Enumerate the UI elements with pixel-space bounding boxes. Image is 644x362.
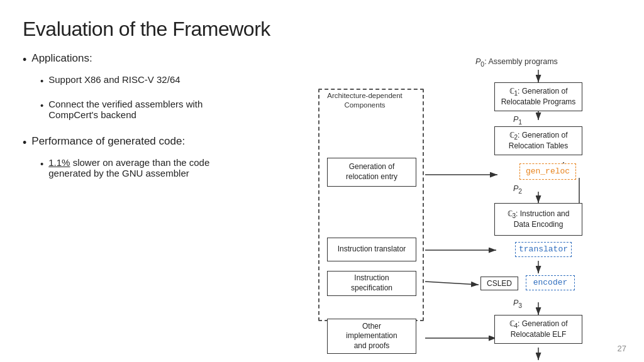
- bullet1: • Support X86 and RISC-V 32/64: [40, 74, 312, 89]
- bullet3: • 1.1% slower on average than the codege…: [40, 157, 312, 178]
- p2-label: P2: [513, 184, 522, 195]
- underline-percent: 1.1%: [48, 157, 70, 168]
- gen-reloc-box: gen_reloc: [519, 163, 576, 180]
- c2-box: ℂ2: Generation ofRelocation Tables: [494, 126, 582, 155]
- bullet-dot-1: •: [23, 52, 26, 68]
- p0-label: P0: Assembly programs: [475, 57, 558, 68]
- encoder-label: encoder: [533, 278, 568, 288]
- bullet1-text: Support X86 and RISC-V 32/64: [48, 74, 180, 85]
- bullet-dot-2: •: [40, 74, 43, 89]
- inst-spec-box: Instructionspecification: [327, 271, 416, 296]
- section1-label: Applications:: [31, 52, 92, 65]
- left-panel: • Applications: • Support X86 and RISC-V…: [23, 52, 312, 362]
- translator-label: translator: [519, 244, 568, 255]
- content-area: • Applications: • Support X86 and RISC-V…: [23, 52, 621, 362]
- diagram-container: P0: Assembly programs ℂ1: Generation ofR…: [318, 52, 626, 362]
- translator-box: translator: [515, 242, 572, 257]
- p1-sub: 1: [518, 119, 522, 126]
- inst-translator-box: Instruction translator: [327, 238, 416, 261]
- slide-title: Evaluation of the Framework: [23, 18, 621, 41]
- other-label: Otherimplementationand proofs: [346, 322, 397, 351]
- p3-sub: 3: [518, 302, 522, 309]
- csled-label: CSLED: [487, 279, 512, 288]
- slide-number: 27: [618, 344, 626, 353]
- p1-label: P1: [513, 115, 522, 126]
- c1-box: ℂ1: Generation ofRelocatable Programs: [494, 82, 582, 111]
- p0-sub: 0: [480, 61, 484, 68]
- right-panel: P0: Assembly programs ℂ1: Generation ofR…: [318, 52, 626, 362]
- other-box: Otherimplementationand proofs: [327, 319, 416, 354]
- bullet2-text: Connect the verified assemblers withComp…: [48, 99, 203, 120]
- p3-label: P3: [513, 299, 522, 309]
- slide: Evaluation of the Framework • Applicatio…: [0, 0, 644, 362]
- bullet-dot-3: •: [40, 99, 43, 113]
- section2-label: Performance of generated code:: [31, 135, 185, 148]
- p2-sub: 2: [518, 188, 522, 195]
- c3-label: ℂ3: Instruction andData Encoding: [508, 209, 570, 230]
- bullet-dot-4: •: [23, 135, 26, 151]
- c1-label: ℂ1: Generation ofRelocatable Programs: [501, 87, 576, 107]
- section2: • Performance of generated code:: [23, 135, 312, 151]
- encoder-box: encoder: [526, 275, 575, 290]
- inst-spec-label: Instructionspecification: [351, 273, 392, 293]
- csled-box: CSLED: [480, 277, 518, 290]
- c3-box: ℂ3: Instruction andData Encoding: [494, 203, 582, 236]
- inst-translator-label: Instruction translator: [338, 244, 406, 255]
- gen-reloc-entry-label: Generation ofrelocation entry: [346, 162, 397, 182]
- arch-label-text: Architecture-dependentComponents: [327, 92, 402, 109]
- bullet3-text: 1.1% slower on average than the codegene…: [48, 157, 209, 178]
- gen-reloc-entry-box: Generation ofrelocation entry: [327, 158, 416, 187]
- section1: • Applications:: [23, 52, 312, 68]
- arch-label: Architecture-dependentComponents: [321, 91, 409, 110]
- c4-label: ℂ4: Generation ofRelocatable ELF: [509, 319, 568, 340]
- svg-line-10: [425, 282, 479, 285]
- c4-box: ℂ4: Generation ofRelocatable ELF: [494, 315, 582, 344]
- bullet-dot-5: •: [40, 157, 43, 172]
- gen-reloc-label: gen_reloc: [526, 167, 570, 177]
- bullet2: • Connect the verified assemblers withCo…: [40, 99, 312, 120]
- c2-label: ℂ2: Generation ofRelocation Tables: [509, 131, 569, 151]
